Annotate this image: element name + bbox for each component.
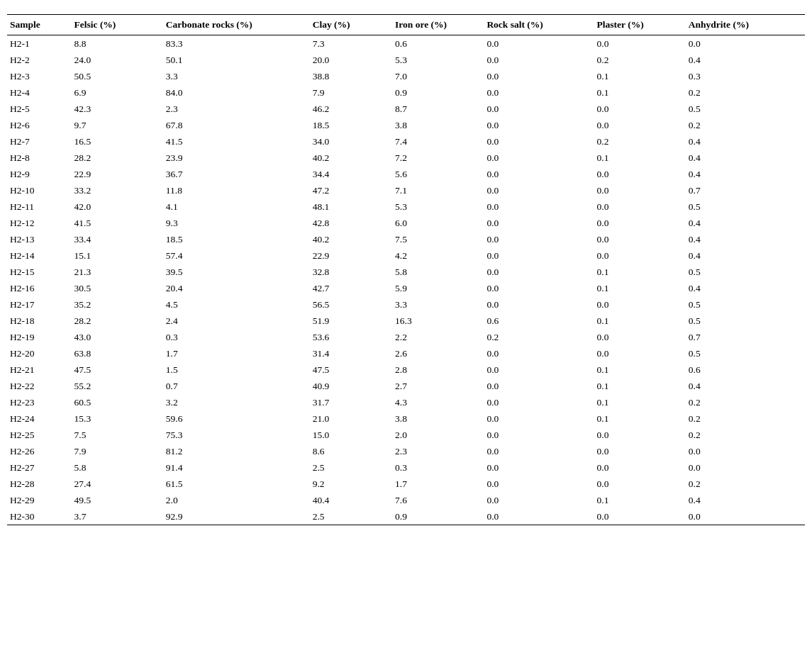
cell-felsic: 7.5 xyxy=(72,427,163,443)
cell-clay: 15.0 xyxy=(310,427,392,443)
cell-rocksalt: 0.6 xyxy=(484,313,594,329)
cell-carbonate: 91.4 xyxy=(163,459,310,476)
cell-rocksalt: 0.0 xyxy=(484,296,594,313)
table-row: H2-2255.20.740.92.70.00.10.4 xyxy=(7,378,805,394)
cell-ironore: 7.4 xyxy=(392,133,484,150)
table-row: H2-542.32.346.28.70.00.00.5 xyxy=(7,101,805,117)
cell-plaster: 0.0 xyxy=(594,329,686,345)
cell-plaster: 0.1 xyxy=(594,68,686,84)
cell-anhydrite: 0.5 xyxy=(686,198,805,215)
cell-rocksalt: 0.0 xyxy=(484,150,594,166)
cell-anhydrite: 0.5 xyxy=(686,313,805,329)
cell-plaster: 0.0 xyxy=(594,198,686,215)
cell-clay: 40.9 xyxy=(310,378,392,394)
cell-ironore: 5.8 xyxy=(392,264,484,280)
cell-felsic: 33.4 xyxy=(72,231,163,247)
cell-carbonate: 23.9 xyxy=(163,150,310,166)
cell-anhydrite: 0.5 xyxy=(686,264,805,280)
cell-sample: H2-21 xyxy=(7,362,72,378)
cell-ironore: 2.2 xyxy=(392,329,484,345)
cell-sample: H2-24 xyxy=(7,410,72,427)
cell-rocksalt: 0.0 xyxy=(484,117,594,133)
cell-carbonate: 2.0 xyxy=(163,492,310,508)
cell-rocksalt: 0.0 xyxy=(484,247,594,264)
cell-sample: H2-13 xyxy=(7,231,72,247)
cell-plaster: 0.1 xyxy=(594,150,686,166)
cell-clay: 21.0 xyxy=(310,410,392,427)
cell-ironore: 16.3 xyxy=(392,313,484,329)
cell-anhydrite: 0.0 xyxy=(686,508,805,525)
cell-anhydrite: 0.4 xyxy=(686,247,805,264)
table-row: H2-2147.51.547.52.80.00.10.6 xyxy=(7,362,805,378)
cell-ironore: 2.8 xyxy=(392,362,484,378)
cell-anhydrite: 0.0 xyxy=(686,443,805,459)
cell-rocksalt: 0.0 xyxy=(484,280,594,296)
cell-anhydrite: 0.0 xyxy=(686,459,805,476)
cell-clay: 9.2 xyxy=(310,476,392,492)
table-row: H2-224.050.120.05.30.00.20.4 xyxy=(7,52,805,68)
table-row: H2-2415.359.621.03.80.00.10.2 xyxy=(7,410,805,427)
cell-felsic: 6.9 xyxy=(72,84,163,101)
table-row: H2-46.984.07.90.90.00.10.2 xyxy=(7,84,805,101)
cell-sample: H2-3 xyxy=(7,68,72,84)
cell-felsic: 16.5 xyxy=(72,133,163,150)
cell-plaster: 0.1 xyxy=(594,378,686,394)
cell-clay: 2.5 xyxy=(310,508,392,525)
cell-rocksalt: 0.2 xyxy=(484,329,594,345)
cell-carbonate: 1.7 xyxy=(163,345,310,362)
table-row: H2-1943.00.353.62.20.20.00.7 xyxy=(7,329,805,345)
cell-felsic: 60.5 xyxy=(72,394,163,410)
cell-plaster: 0.0 xyxy=(594,476,686,492)
cell-ironore: 0.9 xyxy=(392,84,484,101)
cell-felsic: 50.5 xyxy=(72,68,163,84)
col-header-plaster: Plaster (%) xyxy=(594,15,686,35)
cell-felsic: 41.5 xyxy=(72,215,163,231)
cell-sample: H2-29 xyxy=(7,492,72,508)
cell-clay: 42.7 xyxy=(310,280,392,296)
cell-carbonate: 92.9 xyxy=(163,508,310,525)
cell-clay: 46.2 xyxy=(310,101,392,117)
cell-anhydrite: 0.3 xyxy=(686,68,805,84)
cell-rocksalt: 0.0 xyxy=(484,182,594,198)
cell-carbonate: 75.3 xyxy=(163,427,310,443)
cell-sample: H2-5 xyxy=(7,101,72,117)
cell-plaster: 0.1 xyxy=(594,492,686,508)
cell-rocksalt: 0.0 xyxy=(484,362,594,378)
cell-anhydrite: 0.2 xyxy=(686,394,805,410)
cell-plaster: 0.0 xyxy=(594,231,686,247)
col-header-sample: Sample xyxy=(7,15,72,35)
cell-plaster: 0.2 xyxy=(594,52,686,68)
cell-felsic: 9.7 xyxy=(72,117,163,133)
cell-rocksalt: 0.0 xyxy=(484,410,594,427)
table-row: H2-2949.52.040.47.60.00.10.4 xyxy=(7,492,805,508)
cell-ironore: 2.3 xyxy=(392,443,484,459)
cell-felsic: 33.2 xyxy=(72,182,163,198)
cell-anhydrite: 0.4 xyxy=(686,133,805,150)
cell-plaster: 0.1 xyxy=(594,410,686,427)
cell-anhydrite: 0.0 xyxy=(686,35,805,52)
cell-ironore: 1.7 xyxy=(392,476,484,492)
cell-carbonate: 61.5 xyxy=(163,476,310,492)
cell-felsic: 15.3 xyxy=(72,410,163,427)
cell-ironore: 7.2 xyxy=(392,150,484,166)
cell-plaster: 0.0 xyxy=(594,247,686,264)
cell-ironore: 7.1 xyxy=(392,182,484,198)
cell-plaster: 0.1 xyxy=(594,313,686,329)
table-row: H2-1735.24.556.53.30.00.00.5 xyxy=(7,296,805,313)
cell-sample: H2-27 xyxy=(7,459,72,476)
cell-plaster: 0.2 xyxy=(594,133,686,150)
cell-felsic: 7.9 xyxy=(72,443,163,459)
cell-sample: H2-8 xyxy=(7,150,72,166)
cell-clay: 42.8 xyxy=(310,215,392,231)
cell-rocksalt: 0.0 xyxy=(484,427,594,443)
table-row: H2-275.891.42.50.30.00.00.0 xyxy=(7,459,805,476)
col-header-rocksalt: Rock salt (%) xyxy=(484,15,594,35)
cell-clay: 34.0 xyxy=(310,133,392,150)
cell-rocksalt: 0.0 xyxy=(484,476,594,492)
cell-plaster: 0.0 xyxy=(594,443,686,459)
table-row: H2-1033.211.847.27.10.00.00.7 xyxy=(7,182,805,198)
cell-plaster: 0.0 xyxy=(594,35,686,52)
cell-sample: H2-2 xyxy=(7,52,72,68)
cell-clay: 53.6 xyxy=(310,329,392,345)
col-header-ironore: Iron ore (%) xyxy=(392,15,484,35)
